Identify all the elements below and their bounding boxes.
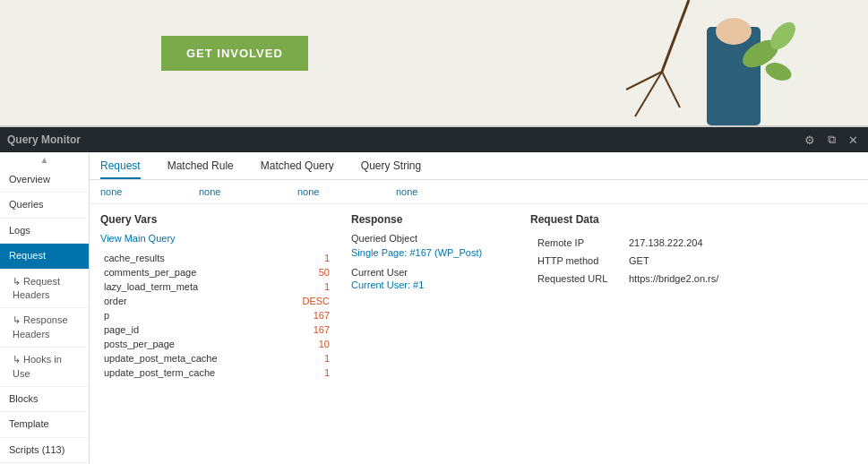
table-row: lazy_load_term_meta1 — [100, 279, 333, 294]
table-row: page_id167 — [100, 322, 333, 337]
var-value: 1 — [281, 251, 333, 265]
data-label: Requested URL — [532, 271, 622, 287]
panel-header: Query Monitor ⚙ ⧉ ✕ — [0, 127, 868, 152]
sidebar-item-overview[interactable]: Overview — [0, 168, 89, 193]
top-decorative-area: GET INVOLVED — [0, 0, 868, 125]
var-value: 167 — [281, 308, 333, 322]
table-row: cache_results1 — [100, 251, 333, 265]
var-value: 50 — [281, 265, 333, 279]
view-main-query-link[interactable]: View Main Query — [100, 233, 333, 244]
request-data-section: Request Data Remote IP217.138.222.204HTT… — [512, 213, 857, 380]
data-label: HTTP method — [532, 253, 622, 269]
var-value: 167 — [281, 322, 333, 337]
table-row: update_post_meta_cache1 — [100, 351, 333, 365]
data-value: GET — [623, 253, 855, 269]
tab-request[interactable]: Request — [100, 159, 141, 179]
table-row: Requested URLhttps://bridge2.on.rs/ — [532, 271, 855, 287]
svg-line-0 — [662, 0, 689, 72]
var-key: order — [100, 294, 281, 308]
sidebar-item-logs[interactable]: Logs — [0, 219, 89, 244]
query-vars-section: Query Vars View Main Query cache_results… — [100, 213, 333, 380]
settings-icon[interactable]: ⚙ — [802, 132, 818, 148]
sidebar-item-scripts[interactable]: Scripts (113) — [0, 438, 89, 463]
none-request: none — [100, 185, 172, 198]
queried-object-value: Single Page: #167 (WP_Post) — [351, 247, 512, 258]
tabs-row: Request Matched Rule Matched Query Query… — [90, 152, 868, 180]
table-row: Remote IP217.138.222.204 — [532, 235, 855, 251]
sidebar: ▲ OverviewQueriesLogsRequest↳ Request He… — [0, 152, 90, 464]
data-value[interactable]: https://bridge2.on.rs/ — [623, 271, 855, 287]
sidebar-item-response-headers[interactable]: ↳ Response Headers — [0, 308, 89, 348]
var-key: posts_per_page — [100, 337, 281, 351]
query-vars-title: Query Vars — [100, 213, 333, 226]
sidebar-item-hooks-in-use[interactable]: ↳ Hooks in Use — [0, 348, 89, 387]
table-row: orderDESC — [100, 294, 333, 308]
sidebar-item-request[interactable]: Request — [0, 244, 89, 269]
query-vars-table: cache_results1comments_per_page50lazy_lo… — [100, 251, 333, 380]
header-icons: ⚙ ⧉ ✕ — [802, 132, 861, 148]
var-key: comments_per_page — [100, 265, 281, 279]
table-row: HTTP methodGET — [532, 253, 855, 269]
none-matched-rule: none — [199, 185, 271, 198]
svg-point-8 — [763, 59, 794, 83]
request-data-table: Remote IP217.138.222.204HTTP methodGETRe… — [530, 233, 857, 288]
query-monitor-panel: Query Monitor ⚙ ⧉ ✕ ▲ OverviewQueriesLog… — [0, 125, 868, 464]
sidebar-item-request-headers[interactable]: ↳ Request Headers — [0, 270, 89, 309]
var-value: 1 — [281, 351, 333, 365]
sidebar-scroll-up[interactable]: ▲ — [0, 152, 89, 168]
svg-line-3 — [662, 72, 680, 107]
response-section: Response Queried Object Single Page: #16… — [333, 213, 512, 380]
none-matched-query: none — [297, 185, 369, 198]
var-value: DESC — [281, 294, 333, 308]
sidebar-item-template[interactable]: Template — [0, 412, 89, 437]
main-content: Request Matched Rule Matched Query Query… — [90, 152, 868, 464]
none-query-string: none — [396, 185, 468, 198]
var-key: update_post_meta_cache — [100, 351, 281, 365]
var-key: update_post_term_cache — [100, 365, 281, 380]
panel-body: ▲ OverviewQueriesLogsRequest↳ Request He… — [0, 152, 868, 464]
var-key: page_id — [100, 322, 281, 337]
queried-object-label: Queried Object — [351, 233, 512, 244]
response-title: Response — [351, 213, 512, 226]
var-value: 1 — [281, 279, 333, 294]
var-value: 1 — [281, 365, 333, 380]
content-grid: Query Vars View Main Query cache_results… — [90, 204, 868, 389]
data-value: 217.138.222.204 — [623, 235, 855, 251]
sidebar-item-blocks[interactable]: Blocks — [0, 387, 89, 412]
get-involved-button[interactable]: GET INVOLVED — [161, 36, 308, 71]
none-values-row: none none none none — [90, 180, 868, 204]
table-row: p167 — [100, 308, 333, 322]
sidebar-item-queries[interactable]: Queries — [0, 193, 89, 218]
request-data-title: Request Data — [530, 213, 857, 226]
svg-point-5 — [716, 18, 752, 45]
tab-query-string[interactable]: Query String — [361, 159, 421, 179]
current-user-value: Current User: #1 — [351, 279, 512, 290]
tab-matched-query[interactable]: Matched Query — [261, 159, 334, 179]
current-user-label: Current User — [351, 267, 512, 278]
plant-decoration — [572, 0, 796, 125]
close-icon[interactable]: ✕ — [845, 132, 861, 148]
var-key: p — [100, 308, 281, 322]
var-value: 10 — [281, 337, 333, 351]
var-key: lazy_load_term_meta — [100, 279, 281, 294]
table-row: posts_per_page10 — [100, 337, 333, 351]
panel-title: Query Monitor — [7, 133, 81, 146]
var-key: cache_results — [100, 251, 281, 265]
table-row: update_post_term_cache1 — [100, 365, 333, 380]
tab-matched-rule[interactable]: Matched Rule — [168, 159, 234, 179]
expand-icon[interactable]: ⧉ — [823, 132, 839, 148]
data-label: Remote IP — [532, 235, 622, 251]
table-row: comments_per_page50 — [100, 265, 333, 279]
